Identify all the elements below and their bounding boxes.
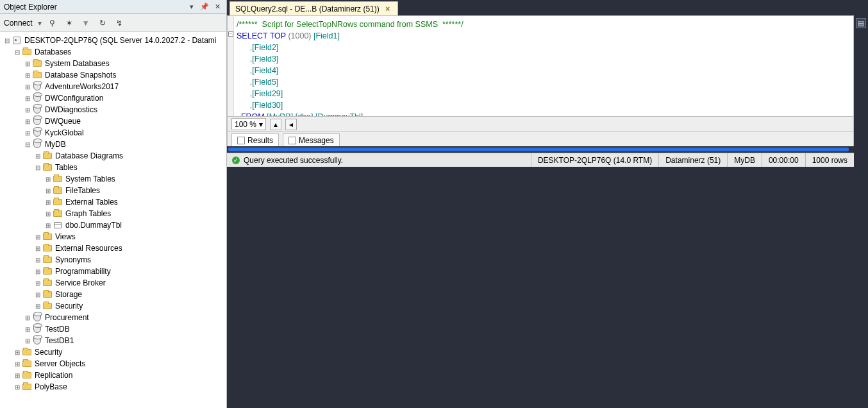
system-databases-node[interactable]: System Databases [44, 59, 110, 68]
collapse-icon[interactable]: ⊟ [13, 49, 22, 56]
expand-icon[interactable]: ⊞ [23, 72, 32, 79]
views-node[interactable]: Views [54, 232, 76, 241]
object-explorer-titlebar: Object Explorer ▾ 📌 ✕ [0, 0, 226, 14]
database-icon [32, 82, 42, 91]
expand-icon[interactable]: ⊞ [33, 245, 42, 252]
databases-node[interactable]: Databases [33, 47, 71, 56]
tab-messages[interactable]: Messages [283, 133, 340, 146]
sql-text: FROM [237, 112, 267, 117]
editor-pane: SQLQuery2.sql - DE...B (Dataminerz (51))… [227, 0, 868, 408]
collapse-icon[interactable]: ⊟ [3, 37, 12, 44]
file-tables-node[interactable]: FileTables [64, 186, 100, 195]
polybase-node[interactable]: PolyBase [33, 382, 67, 391]
expand-icon[interactable]: ⊞ [23, 326, 32, 333]
expand-icon[interactable]: ⊞ [23, 95, 32, 102]
filter-icon[interactable]: ▼ [80, 17, 92, 29]
sql-text: [Field5] [252, 78, 278, 87]
db-node[interactable]: DWQueue [44, 117, 81, 126]
expand-icon[interactable]: ⊞ [44, 222, 53, 229]
db-node[interactable]: AdventureWorks2017 [44, 82, 119, 91]
refresh-icon[interactable]: ↻ [97, 17, 108, 29]
folder-icon [42, 267, 53, 276]
expand-icon[interactable]: ⊞ [44, 187, 53, 194]
sql-text: , [237, 55, 252, 64]
expand-icon[interactable]: ⊞ [44, 210, 53, 217]
graph-tables-node[interactable]: Graph Tables [64, 209, 111, 218]
success-icon: ✓ [232, 157, 240, 164]
tab-results[interactable]: Results [231, 133, 279, 146]
db-node[interactable]: TestDB1 [44, 336, 74, 345]
disconnect-icon[interactable]: ⚲ [47, 17, 58, 29]
db-diagrams-node[interactable]: Database Diagrams [54, 151, 123, 160]
folder-icon [32, 59, 42, 68]
security-db-node[interactable]: Security [54, 302, 83, 310]
external-tables-node[interactable]: External Tables [64, 198, 118, 207]
sync-icon[interactable]: ↯ [113, 17, 125, 29]
object-explorer-tree[interactable]: ⊟DESKTOP-2QLP76Q (SQL Server 14.0.2027.2… [0, 32, 226, 408]
connect-button[interactable]: Connect [4, 19, 33, 28]
folder-icon [22, 382, 32, 391]
sql-text: ******/ [438, 20, 463, 29]
system-tables-node[interactable]: System Tables [64, 174, 115, 183]
database-icon [32, 117, 42, 126]
expand-icon[interactable]: ⊞ [23, 118, 32, 125]
db-node[interactable]: MyDB [44, 140, 66, 149]
server-node[interactable]: DESKTOP-2QLP76Q (SQL Server 14.0.2027.2 … [23, 36, 216, 45]
window-menu-icon[interactable]: ▾ [187, 2, 197, 12]
db-node[interactable]: KyckGlobal [44, 128, 84, 137]
db-node[interactable]: DWConfiguration [44, 94, 103, 103]
expand-icon[interactable]: ⊞ [33, 257, 42, 264]
collapse-icon[interactable]: ⊟ [33, 164, 42, 171]
expand-icon[interactable]: ⊞ [23, 106, 32, 114]
db-node[interactable]: TestDB [44, 325, 70, 334]
status-rows: 1000 rows [805, 153, 854, 167]
synonyms-node[interactable]: Synonyms [54, 255, 91, 264]
external-resources-node[interactable]: External Resources [54, 244, 122, 253]
pin-icon[interactable]: 📌 [199, 2, 210, 12]
security-srv-node[interactable]: Security [33, 348, 62, 357]
split-icon[interactable]: ▤ [856, 18, 866, 28]
expand-icon[interactable]: ⊞ [23, 130, 32, 137]
db-node[interactable]: DWDiagnostics [44, 105, 97, 114]
server-objects-node[interactable]: Server Objects [33, 359, 85, 368]
expand-icon[interactable]: ⊞ [33, 291, 42, 298]
stop-icon[interactable]: ✶ [63, 17, 75, 29]
close-icon[interactable]: ✕ [212, 2, 222, 12]
folder-icon [42, 290, 53, 299]
fold-icon[interactable]: − [228, 31, 233, 37]
database-snapshots-node[interactable]: Database Snapshots [44, 71, 116, 80]
service-broker-node[interactable]: Service Broker [54, 278, 106, 287]
db-node[interactable]: Procurement [44, 313, 89, 322]
expand-icon[interactable]: ⊞ [33, 153, 42, 160]
table-node[interactable]: dbo.DummayTbl [64, 221, 122, 230]
sql-text: Script for SelectTopNRows command from S… [262, 20, 438, 29]
expand-icon[interactable]: ⊞ [13, 372, 22, 379]
close-tab-icon[interactable]: × [383, 4, 392, 13]
expand-icon[interactable]: ⊞ [23, 337, 32, 344]
database-icon [32, 140, 42, 149]
zoom-dropdown[interactable]: 100 %▾ [231, 118, 266, 130]
expand-icon[interactable]: ⊞ [44, 199, 53, 206]
object-explorer-toolbar: Connect ▾ ⚲ ✶ ▼ ↻ ↯ [0, 14, 226, 32]
sql-editor[interactable]: −/****** Script for SelectTopNRows comma… [227, 15, 854, 117]
expand-icon[interactable]: ⊞ [33, 280, 42, 287]
document-tab[interactable]: SQLQuery2.sql - DE...B (Dataminerz (51))… [230, 1, 398, 15]
storage-node[interactable]: Storage [54, 290, 82, 299]
programmability-node[interactable]: Programmability [54, 267, 111, 276]
expand-icon[interactable]: ⊞ [44, 176, 53, 183]
nav-up-icon[interactable]: ▴ [270, 119, 281, 130]
nav-left-icon[interactable]: ◂ [285, 119, 297, 130]
expand-icon[interactable]: ⊞ [13, 384, 22, 391]
expand-icon[interactable]: ⊞ [13, 361, 22, 368]
expand-icon[interactable]: ⊞ [23, 83, 32, 90]
expand-icon[interactable]: ⊞ [33, 303, 42, 310]
expand-icon[interactable]: ⊞ [23, 314, 32, 321]
expand-icon[interactable]: ⊞ [23, 60, 32, 67]
replication-node[interactable]: Replication [33, 371, 72, 380]
tables-node[interactable]: Tables [54, 163, 78, 172]
expand-icon[interactable]: ⊞ [33, 234, 42, 241]
expand-icon[interactable]: ⊞ [13, 349, 22, 356]
collapse-icon[interactable]: ⊟ [23, 141, 32, 148]
database-icon [32, 313, 42, 322]
expand-icon[interactable]: ⊞ [33, 268, 42, 275]
